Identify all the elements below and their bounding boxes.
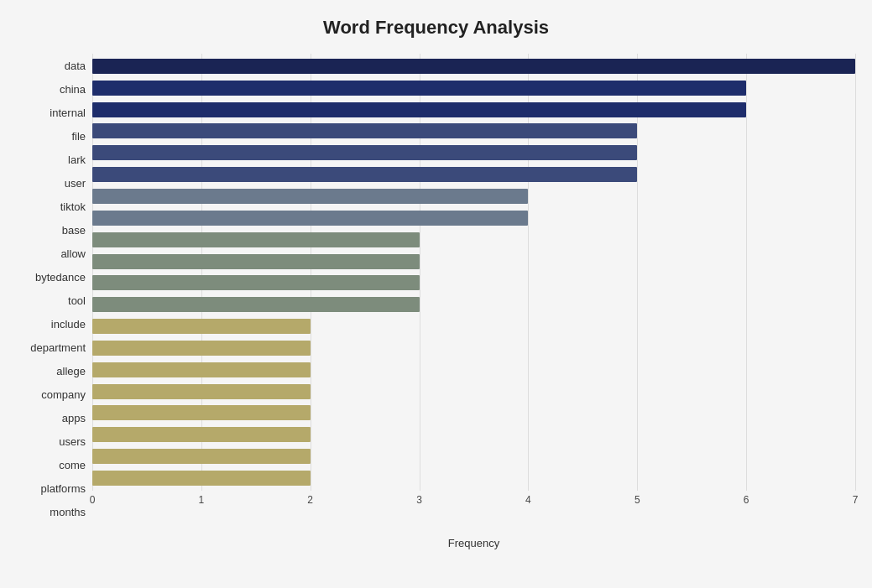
y-label: apps (62, 413, 86, 424)
x-tick-label: 6 (744, 494, 749, 506)
bar-row (92, 403, 855, 422)
y-label: allege (56, 366, 86, 377)
y-label: tiktok (60, 201, 86, 212)
bar-row (92, 469, 855, 487)
y-label: file (71, 131, 86, 142)
bar (92, 254, 420, 269)
x-tick-label: 7 (853, 494, 859, 506)
bar-row (92, 425, 855, 444)
bar-row (92, 273, 855, 292)
x-tick-label: 2 (307, 494, 313, 506)
bar-row (92, 79, 855, 97)
bar-row (92, 339, 855, 357)
y-label: department (30, 342, 86, 353)
bar-row (92, 165, 855, 184)
chart-title: Word Frequency Analysis (17, 17, 855, 39)
bar (92, 232, 420, 247)
bar (92, 123, 637, 138)
bars-and-xaxis: 01234567 Frequency (92, 54, 855, 524)
bar-row (92, 57, 855, 75)
x-tick-label: 1 (199, 494, 205, 506)
chart-container: Word Frequency Analysis datachinainterna… (0, 0, 872, 588)
bar (92, 405, 311, 420)
y-label: lark (68, 154, 86, 165)
x-axis: 01234567 Frequency (92, 491, 855, 524)
bar (92, 102, 746, 117)
bar-row (92, 209, 855, 227)
bar (92, 167, 637, 182)
grid-line (855, 54, 856, 491)
bar (92, 297, 420, 312)
bar-row (92, 317, 855, 336)
bar (92, 275, 420, 290)
bar-row (92, 101, 855, 119)
chart-area: datachinainternalfilelarkusertiktokbasea… (17, 54, 855, 524)
y-label: bytedance (35, 272, 86, 283)
y-label: company (41, 389, 86, 400)
bar (92, 341, 311, 356)
x-tick-label: 5 (634, 494, 640, 506)
y-label: internal (50, 107, 86, 118)
bar (92, 81, 746, 96)
bar (92, 362, 311, 377)
y-axis-labels: datachinainternalfilelarkusertiktokbasea… (17, 54, 92, 524)
bar (92, 59, 855, 74)
y-label: allow (60, 248, 86, 259)
bar (92, 449, 311, 464)
bar (92, 211, 528, 226)
y-label: data (65, 60, 86, 71)
bar-row (92, 252, 855, 271)
bar-row (92, 122, 855, 140)
x-tick-label: 0 (90, 494, 96, 506)
y-label: tool (68, 295, 86, 306)
y-label: user (65, 178, 86, 189)
bar-row (92, 231, 855, 249)
bar-row (92, 382, 855, 401)
bar-row (92, 187, 855, 206)
y-label: come (59, 460, 86, 471)
y-label: china (60, 84, 86, 95)
x-tick-label: 3 (416, 494, 422, 506)
bar-row (92, 143, 855, 162)
bar-row (92, 295, 855, 314)
x-axis-title: Frequency (448, 537, 499, 549)
bar (92, 319, 311, 334)
bars-area (92, 54, 855, 491)
y-label: platforms (41, 483, 86, 494)
bar (92, 427, 311, 442)
bars-list (92, 54, 855, 491)
bar (92, 471, 311, 486)
bar-row (92, 447, 855, 466)
x-tick-label: 4 (525, 494, 531, 506)
bar (92, 145, 637, 160)
y-label: include (51, 319, 86, 330)
y-label: months (50, 507, 86, 518)
bar (92, 189, 528, 204)
y-label: users (59, 436, 86, 447)
bar (92, 384, 311, 399)
y-label: base (62, 225, 86, 236)
bar-row (92, 361, 855, 379)
